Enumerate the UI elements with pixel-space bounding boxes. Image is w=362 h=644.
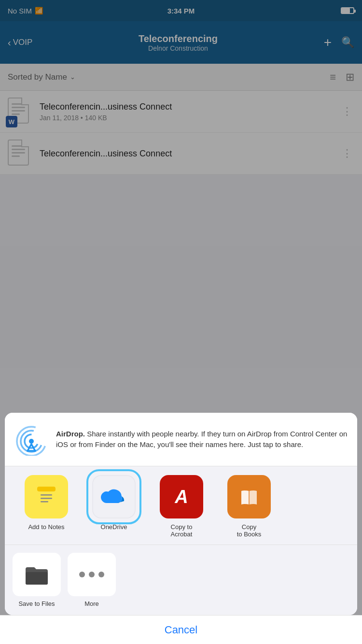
app-item-onedrive[interactable]: OneDrive [80,475,148,545]
notes-app-icon [25,475,68,518]
app-item-acrobat[interactable]: A Copy to Acrobat [148,475,215,545]
airdrop-bold: AirDrop. [56,430,85,438]
airdrop-section: AirDrop. Share instantly with people nea… [5,413,357,466]
svg-text:A: A [174,487,188,507]
svg-point-3 [29,439,34,444]
cancel-button[interactable]: Cancel [165,624,197,636]
svg-rect-10 [41,498,52,499]
cancel-bar: Cancel [0,615,362,644]
airdrop-svg [15,423,48,456]
onedrive-app-icon [92,475,136,518]
acrobat-app-icon: A [160,475,203,518]
action-item-save-files[interactable]: Save to Files [13,553,61,607]
svg-point-15 [79,572,85,577]
save-files-label: Save to Files [18,600,55,607]
airdrop-icon [14,422,48,456]
app-item-notes[interactable]: Add to Notes [13,475,80,545]
books-app-label: Copy to Books [237,523,262,538]
svg-rect-8 [37,487,56,491]
more-label: More [84,600,99,607]
svg-rect-14 [26,572,48,585]
app-item-books[interactable]: Copy to Books [215,475,283,545]
airdrop-rest: Share instantly with people nearby. If t… [56,430,347,448]
acrobat-app-label: Copy to Acrobat [171,523,193,538]
books-app-icon [227,475,271,518]
airdrop-description: AirDrop. Share instantly with people nea… [56,429,348,450]
action-item-more[interactable]: More [68,553,116,607]
svg-rect-9 [41,494,52,496]
action-row: Save to Files More [5,545,357,615]
svg-point-17 [98,572,104,577]
svg-point-16 [89,572,95,577]
onedrive-app-label: OneDrive [101,523,127,531]
svg-rect-11 [41,501,48,503]
notes-app-label: Add to Notes [28,523,64,531]
more-icon-wrap [68,553,116,596]
save-files-icon-wrap [13,553,61,596]
app-row: Add to Notes OneDrive A Copy to Acrobat [5,466,357,545]
share-sheet: AirDrop. Share instantly with people nea… [5,413,357,615]
